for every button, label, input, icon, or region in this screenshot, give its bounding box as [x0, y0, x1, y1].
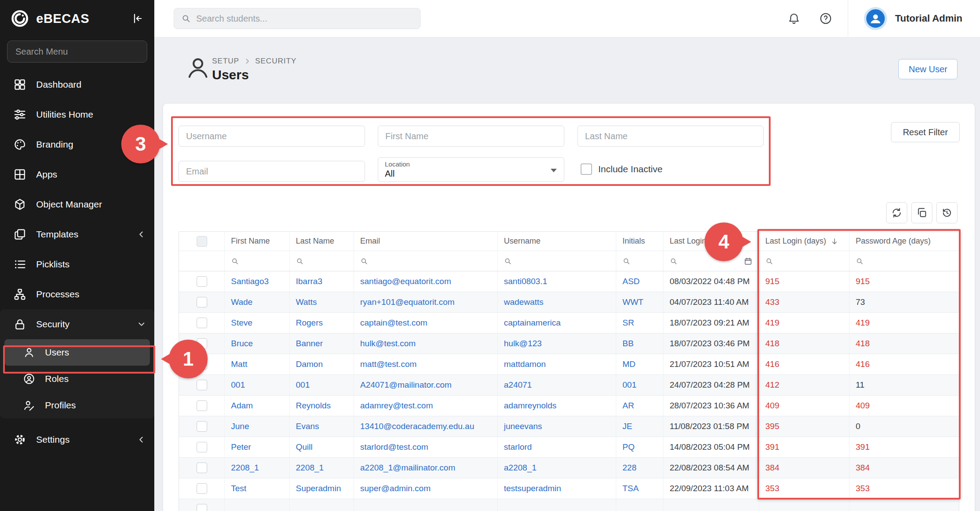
column-search-icon[interactable]: [856, 257, 864, 265]
cell-initials[interactable]: BB: [616, 333, 663, 354]
column-header-password-age-days[interactable]: Password Age (days): [850, 232, 959, 251]
column-header-username[interactable]: Username: [498, 232, 616, 251]
sidebar-item-dashboard[interactable]: Dashboard: [0, 70, 154, 100]
cell-first-name[interactable]: Bruce: [225, 333, 290, 354]
cell-last-name[interactable]: Quill: [290, 437, 354, 457]
sidebar-item-templates[interactable]: Templates: [0, 219, 154, 249]
student-search-input[interactable]: [196, 14, 413, 24]
cell-first-name[interactable]: 2208_1: [225, 458, 290, 478]
sidebar-item-users[interactable]: Users: [4, 339, 150, 366]
row-checkbox[interactable]: [197, 318, 207, 328]
cell-last-name[interactable]: Evans: [290, 416, 354, 437]
user-avatar[interactable]: [864, 7, 887, 30]
include-inactive-checkbox[interactable]: Include Inactive: [581, 163, 663, 175]
history-icon[interactable]: [936, 202, 958, 223]
column-header-last-name[interactable]: Last Name: [290, 232, 354, 251]
cell-email[interactable]: 13410@coderacademy.edu.au: [354, 416, 498, 437]
cell-initials[interactable]: 228: [616, 458, 663, 478]
cell-email[interactable]: starlord@test.com: [354, 437, 498, 457]
row-checkbox[interactable]: [197, 504, 207, 511]
help-icon[interactable]: [816, 9, 835, 28]
cell-email[interactable]: captain@test.com: [354, 313, 498, 333]
cell-username[interactable]: wadewatts: [498, 292, 616, 312]
location-select[interactable]: Location All: [378, 157, 564, 182]
cell-username[interactable]: santi0803.1: [498, 271, 616, 292]
cell-last-name[interactable]: Damon: [290, 354, 354, 374]
cell-username[interactable]: hulk@123: [498, 333, 616, 354]
cell-initials[interactable]: AR: [616, 396, 663, 416]
column-header-first-name[interactable]: First Name: [225, 232, 290, 251]
sidebar-item-apps[interactable]: Apps: [0, 159, 154, 189]
cell-last-name[interactable]: Ibarra3: [290, 271, 354, 292]
cell-last-name[interactable]: 2208_1: [290, 458, 354, 478]
cell-email[interactable]: hulk@test.com: [354, 333, 498, 354]
select-all-checkbox[interactable]: [197, 236, 207, 247]
column-search-icon[interactable]: [296, 257, 304, 265]
cell-first-name[interactable]: June: [225, 416, 290, 437]
cell-first-name[interactable]: Peter: [225, 437, 290, 457]
column-header-email[interactable]: Email: [354, 232, 498, 251]
cell-initials[interactable]: TSA: [616, 478, 663, 499]
cell-username[interactable]: a2208_1: [498, 458, 616, 478]
cell-username[interactable]: adamreynolds: [498, 396, 616, 416]
breadcrumb-security[interactable]: SECURITY: [255, 57, 297, 66]
cell-first-name[interactable]: Matt: [225, 354, 290, 374]
cell-initials[interactable]: [616, 499, 663, 511]
sidebar-search-input[interactable]: [7, 41, 147, 63]
cell-first-name[interactable]: Adam: [225, 396, 290, 416]
row-checkbox[interactable]: [197, 463, 207, 473]
sidebar-collapse-icon[interactable]: [130, 11, 145, 26]
sidebar-item-profiles[interactable]: Profiles: [0, 392, 154, 418]
row-checkbox[interactable]: [197, 276, 207, 287]
cell-username[interactable]: juneevans: [498, 416, 616, 437]
cell-initials[interactable]: SR: [616, 313, 663, 333]
filter-first-name-input[interactable]: [378, 126, 564, 147]
cell-last-name[interactable]: 001: [290, 375, 354, 395]
cell-initials[interactable]: WWT: [616, 292, 663, 312]
copy-icon[interactable]: [911, 202, 932, 223]
cell-first-name[interactable]: Test: [225, 478, 290, 499]
cell-last-name[interactable]: [290, 499, 354, 511]
breadcrumb-setup[interactable]: SETUP: [212, 57, 239, 66]
row-checkbox[interactable]: [197, 442, 207, 452]
row-checkbox[interactable]: [197, 380, 207, 390]
new-user-button[interactable]: New User: [898, 59, 958, 79]
row-checkbox[interactable]: [197, 400, 207, 411]
cell-username[interactable]: [498, 499, 616, 511]
column-search-icon[interactable]: [622, 257, 630, 265]
cell-first-name[interactable]: Santiago3: [225, 271, 290, 292]
filter-email-input[interactable]: [179, 161, 365, 182]
column-header-initials[interactable]: Initials: [616, 232, 663, 251]
cell-initials[interactable]: ASD: [616, 271, 663, 292]
filter-username-input[interactable]: [179, 126, 365, 147]
calendar-icon[interactable]: [744, 257, 753, 266]
column-search-icon[interactable]: [765, 257, 773, 265]
cell-last-name[interactable]: Rogers: [290, 313, 354, 333]
cell-initials[interactable]: 001: [616, 375, 663, 395]
sidebar-item-object-manager[interactable]: Object Manager: [0, 189, 154, 219]
cell-first-name[interactable]: Wade: [225, 292, 290, 312]
column-search-icon[interactable]: [504, 257, 512, 265]
sidebar-item-settings[interactable]: Settings: [0, 425, 154, 455]
refresh-icon[interactable]: [886, 202, 907, 223]
cell-email[interactable]: matt@test.com: [354, 354, 498, 374]
column-search-icon[interactable]: [360, 257, 368, 265]
sidebar-item-security[interactable]: Security: [0, 309, 154, 339]
cell-username[interactable]: testsuperadmin: [498, 478, 616, 499]
cell-first-name[interactable]: [225, 499, 290, 511]
sidebar-item-roles[interactable]: Roles: [0, 366, 154, 392]
cell-email[interactable]: santiago@equatorit.com: [354, 271, 498, 292]
cell-initials[interactable]: PQ: [616, 437, 663, 457]
cell-username[interactable]: mattdamon: [498, 354, 616, 374]
row-checkbox[interactable]: [197, 483, 207, 494]
cell-email[interactable]: [354, 499, 498, 511]
column-search-icon[interactable]: [231, 257, 239, 265]
cell-username[interactable]: starlord: [498, 437, 616, 457]
cell-email[interactable]: a2208_1@mailinator.com: [354, 458, 498, 478]
cell-email[interactable]: super@admin.com: [354, 478, 498, 499]
column-header-last-login-days[interactable]: Last Login (days): [759, 232, 850, 251]
reset-filter-button[interactable]: Reset Filter: [891, 122, 960, 142]
cell-email[interactable]: A24071@mailinator.com: [354, 375, 498, 395]
row-checkbox[interactable]: [197, 297, 207, 307]
filter-last-name-input[interactable]: [578, 126, 764, 147]
